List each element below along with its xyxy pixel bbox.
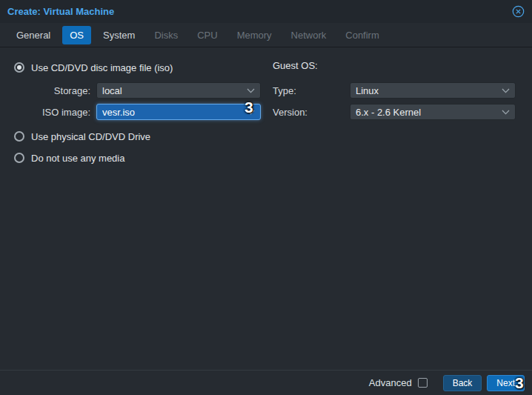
storage-value: local	[102, 85, 122, 96]
radio-use-iso[interactable]: Use CD/DVD disc image file (iso)	[14, 60, 261, 75]
storage-label: Storage:	[12, 85, 96, 96]
tab-os[interactable]: OS	[62, 26, 91, 44]
back-button[interactable]: Back	[443, 375, 482, 391]
chevron-down-icon	[247, 110, 255, 115]
advanced-checkbox[interactable]	[418, 378, 428, 388]
advanced-label: Advanced	[369, 377, 412, 388]
titlebar: Create: Virtual Machine	[0, 0, 532, 23]
os-version-label: Version:	[273, 107, 350, 118]
chevron-down-icon	[247, 88, 255, 93]
os-type-select[interactable]: Linux	[350, 82, 516, 99]
media-column: Use CD/DVD disc image file (iso) Storage…	[12, 47, 261, 165]
tab-general[interactable]: General	[9, 26, 58, 44]
chevron-down-icon	[502, 88, 510, 93]
radio-selected-icon	[14, 62, 24, 73]
os-type-label: Type:	[273, 85, 350, 96]
radio-no-media[interactable]: Do not use any media	[14, 150, 261, 165]
radio-use-iso-label: Use CD/DVD disc image file (iso)	[31, 62, 173, 73]
radio-use-physical[interactable]: Use physical CD/DVD Drive	[14, 129, 261, 144]
radio-unselected-icon	[14, 131, 24, 142]
guest-os-heading: Guest OS:	[273, 60, 520, 75]
tab-confirm: Confirm	[338, 26, 387, 44]
tab-disks: Disks	[147, 26, 185, 44]
radio-use-physical-label: Use physical CD/DVD Drive	[31, 131, 150, 142]
tab-system[interactable]: System	[96, 26, 142, 44]
radio-unselected-icon	[14, 153, 24, 163]
tab-bar: General OS System Disks CPU Memory Netwo…	[0, 23, 532, 47]
close-icon[interactable]	[511, 5, 525, 19]
iso-image-value: vesr.iso	[102, 107, 135, 118]
tab-memory: Memory	[230, 26, 279, 44]
os-version-field-row: Version: 6.x - 2.6 Kernel	[273, 103, 520, 121]
tab-cpu: CPU	[190, 26, 225, 44]
tab-network: Network	[284, 26, 334, 44]
radio-no-media-label: Do not use any media	[31, 153, 124, 164]
os-version-select[interactable]: 6.x - 2.6 Kernel	[350, 104, 516, 120]
footer-bar: Advanced Back Next	[0, 370, 532, 395]
dialog-title: Create: Virtual Machine	[7, 6, 114, 17]
create-vm-dialog: Create: Virtual Machine General OS Syste…	[0, 0, 532, 395]
os-tab-panel: Use CD/DVD disc image file (iso) Storage…	[0, 47, 532, 370]
os-type-field-row: Type: Linux	[273, 82, 520, 99]
guest-os-column: Guest OS: Type: Linux Version: 6.x - 2.6…	[273, 47, 520, 121]
iso-image-field-row: ISO image: vesr.iso	[12, 103, 261, 121]
storage-select[interactable]: local	[96, 82, 261, 99]
storage-field-row: Storage: local	[12, 82, 261, 99]
chevron-down-icon	[502, 110, 510, 115]
os-type-value: Linux	[356, 85, 379, 96]
iso-image-select[interactable]: vesr.iso	[96, 104, 261, 120]
iso-image-label: ISO image:	[12, 107, 96, 118]
os-version-value: 6.x - 2.6 Kernel	[356, 107, 421, 118]
next-button[interactable]: Next	[487, 375, 525, 391]
